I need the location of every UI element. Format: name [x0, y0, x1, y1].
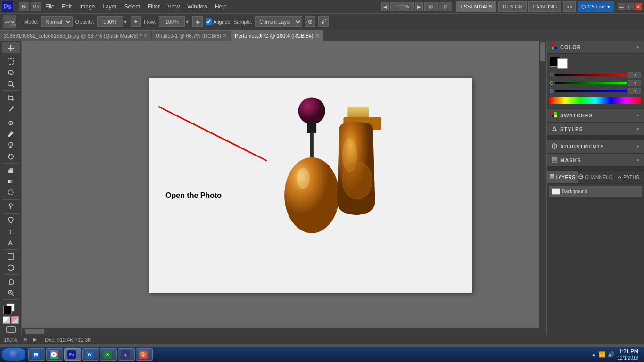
tab-paths[interactable]: PATHS — [613, 171, 644, 183]
tab-2[interactable]: Perfumes.JPG @ 100% (RGB/8#) ✕ — [231, 30, 323, 41]
tool-zoom[interactable] — [2, 287, 20, 298]
panel-masks-header[interactable]: MASKS ▾ — [547, 154, 644, 167]
tool-3d[interactable] — [2, 262, 20, 273]
taskbar-item-excel[interactable]: X — [100, 348, 117, 361]
tool-move[interactable] — [2, 42, 20, 53]
minimize-button[interactable]: — — [618, 3, 625, 10]
tool-crop[interactable] — [2, 92, 20, 103]
menu-view[interactable]: View — [164, 2, 183, 11]
scrollbar-thumb-v[interactable] — [540, 42, 545, 61]
workspace-more[interactable]: >> — [563, 1, 576, 12]
taskbar-item-ps[interactable]: Ps — [64, 348, 81, 361]
airbrush-toggle[interactable]: ✦ — [131, 16, 141, 27]
tool-clone[interactable] — [2, 140, 20, 151]
g-value[interactable] — [628, 80, 641, 86]
opacity-input[interactable] — [97, 16, 123, 27]
tab-1[interactable]: Untitled-1 @ 66.7% (RGB/8) ✕ — [152, 30, 231, 41]
panel-styles-header[interactable]: STYLES ▾ — [547, 123, 644, 136]
menu-layer[interactable]: Layer — [99, 2, 120, 11]
taskbar-item-chrome[interactable]: ● — [46, 348, 63, 361]
tool-marquee[interactable] — [2, 56, 20, 67]
b-value[interactable] — [628, 88, 641, 94]
menu-window[interactable]: Window — [184, 2, 211, 11]
taskbar-item-paint[interactable]: 🎨 — [136, 348, 153, 361]
tab-channels[interactable]: CHANNELS — [578, 171, 612, 183]
tab-0-close[interactable]: ✕ — [144, 33, 148, 38]
flow-input[interactable] — [159, 16, 185, 27]
view-mode-btn2[interactable]: ⊡ — [439, 2, 452, 11]
zoom-arrow-left[interactable]: ◀ — [381, 2, 389, 11]
tool-eraser[interactable] — [2, 165, 20, 176]
zoom-arrow-right[interactable]: ▶ — [415, 2, 423, 11]
start-button[interactable] — [2, 348, 25, 361]
sample-extra[interactable]: ⊕ — [305, 16, 315, 27]
taskbar-item-word[interactable]: W — [82, 348, 99, 361]
panel-color-header[interactable]: COLOR ▾ — [547, 41, 644, 54]
scrollbar-thumb-h[interactable] — [25, 329, 44, 334]
tool-gradient[interactable] — [2, 176, 20, 187]
adjustments-icon — [552, 142, 557, 151]
panel-swatches-header[interactable]: SWATCHES ▾ — [547, 109, 644, 122]
view-mode-btn[interactable]: ⊞ — [424, 2, 438, 11]
mode-select[interactable]: Normal — [41, 16, 73, 27]
flow-toggle[interactable]: ◈ — [192, 16, 203, 27]
taskbar-item-browser2[interactable]: ◈ — [118, 348, 135, 361]
menu-edit[interactable]: Edit — [58, 2, 75, 11]
aligned-checkbox[interactable] — [206, 18, 212, 25]
tab-0[interactable]: 31689190882_ecfc061e8d_b.jpg @ 66.7% (Qu… — [0, 30, 152, 41]
menu-image[interactable]: Image — [76, 2, 98, 11]
tab-layers[interactable]: LAYERS — [547, 171, 578, 183]
tool-shape[interactable] — [2, 251, 20, 262]
scrollbar-right[interactable] — [539, 41, 546, 335]
menu-help[interactable]: Help — [212, 2, 230, 11]
tool-history[interactable] — [2, 151, 20, 162]
tool-blur[interactable] — [2, 187, 20, 198]
workspace-design[interactable]: DESIGN — [498, 1, 527, 12]
workspace-essentials[interactable]: ESSENTIALS — [456, 1, 496, 12]
aligned-checkbox-label[interactable]: Aligned — [206, 18, 231, 25]
cs-live-button[interactable]: ⬡ CS Live ▾ — [578, 1, 614, 12]
opacity-arrow[interactable]: ▾ — [123, 18, 128, 25]
color-spectrum[interactable] — [550, 97, 641, 104]
menu-file[interactable]: File — [42, 2, 58, 11]
panel-adjustments-header[interactable]: ADJUSTMENTS ▾ — [547, 140, 644, 153]
flow-arrow[interactable]: ▾ — [185, 18, 190, 25]
tool-brush[interactable] — [2, 129, 20, 140]
minibr-button[interactable]: Mb — [31, 2, 41, 11]
screen-mode[interactable] — [6, 326, 16, 335]
tab-1-close[interactable]: ✕ — [223, 33, 227, 38]
taskbar-item-explorer[interactable]: ⊞ — [28, 348, 45, 361]
panel-swatches-title: SWATCHES — [560, 113, 593, 118]
bg-color-swatch[interactable] — [557, 58, 568, 69]
workspace-painting[interactable]: PAINTING — [528, 1, 561, 12]
status-arrow[interactable]: ▶ — [33, 337, 37, 343]
brush-extra[interactable]: 🖌 — [318, 16, 329, 27]
zoom-value[interactable]: 100% — [390, 2, 414, 11]
close-button[interactable]: ✕ — [635, 3, 642, 10]
tab-2-close[interactable]: ✕ — [315, 33, 319, 38]
menu-filter[interactable]: Filter — [144, 2, 164, 11]
r-slider[interactable] — [555, 74, 627, 76]
maximize-button[interactable]: □ — [626, 3, 634, 10]
tool-eyedropper[interactable] — [2, 104, 20, 115]
r-value[interactable] — [628, 72, 641, 78]
quick-mask-off[interactable] — [3, 316, 10, 324]
tool-lasso[interactable] — [2, 67, 20, 78]
layer-item-background[interactable]: Background — [549, 186, 642, 197]
tool-quick-select[interactable] — [2, 79, 20, 90]
bridge-button[interactable]: Br — [19, 2, 29, 11]
tool-hand[interactable] — [2, 276, 20, 287]
sample-select[interactable]: Current Layer — [255, 16, 302, 27]
tool-dodge[interactable] — [2, 201, 20, 212]
tool-type[interactable]: T — [2, 226, 20, 237]
tool-pen[interactable] — [2, 215, 20, 226]
tool-healing[interactable] — [2, 117, 20, 128]
scrollbar-bottom[interactable] — [22, 328, 539, 335]
quick-mask-on[interactable] — [11, 316, 19, 324]
g-slider[interactable] — [555, 82, 627, 84]
zoom-icon[interactable]: ⊕ — [21, 336, 29, 344]
b-slider[interactable] — [555, 90, 627, 92]
menu-select[interactable]: Select — [121, 2, 143, 11]
tool-path-select[interactable] — [2, 237, 20, 248]
foreground-color[interactable] — [3, 306, 12, 314]
